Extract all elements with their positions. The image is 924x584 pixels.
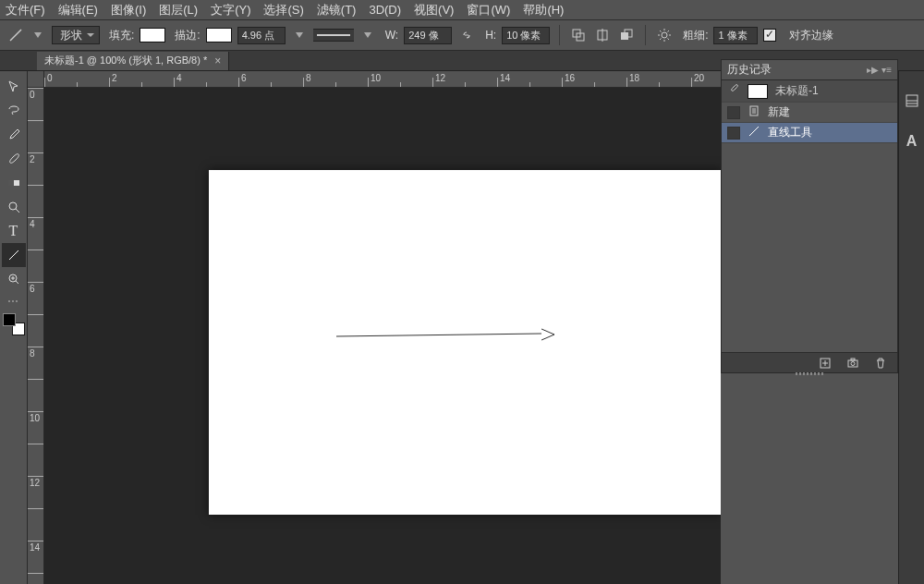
options-bar: 形状 填充: 描边: 4.96 点 W: 249 像 H: 10 像素 粗细: …	[0, 20, 924, 51]
separator	[645, 25, 646, 45]
stroke-width-dropdown-icon[interactable]	[291, 27, 308, 43]
tool-preset-dropdown[interactable]	[30, 27, 46, 43]
ruler-v-number: 4	[30, 219, 44, 229]
ruler-v-number: 14	[30, 542, 44, 553]
thickness-input[interactable]: 1 像素	[713, 27, 758, 44]
ruler-h-number: 10	[371, 73, 381, 83]
ruler-h-number: 20	[694, 73, 704, 83]
ruler-h-number: 4	[176, 73, 182, 83]
menu-view[interactable]: 视图(V)	[414, 2, 454, 18]
trash-icon[interactable]	[873, 356, 888, 371]
workspace: T ⋯ 02468101214161820 02468101214 历史记录	[0, 71, 924, 584]
stroke-style-dropdown-icon[interactable]	[359, 27, 376, 43]
menu-layer[interactable]: 图层(L)	[159, 2, 198, 18]
menu-file[interactable]: 文件(F)	[6, 2, 45, 18]
history-panel-header[interactable]: 历史记录 ▸▶ ▾≡	[722, 60, 897, 80]
brush-tool[interactable]	[2, 147, 26, 171]
svg-rect-9	[8, 180, 14, 186]
ruler-horizontal: 02468101214161820	[28, 71, 721, 88]
fill-swatch[interactable]	[140, 28, 165, 43]
panel-flyout-icon[interactable]: ▸▶ ▾≡	[867, 65, 892, 75]
page-canvas[interactable]	[209, 170, 721, 515]
snapshot-icon[interactable]	[845, 356, 860, 371]
menu-help[interactable]: 帮助(H)	[523, 2, 564, 18]
gear-icon[interactable]	[655, 26, 674, 44]
docked-panel-strip: A	[898, 71, 924, 584]
stroke-style-dropdown[interactable]	[313, 29, 354, 42]
lasso-tool[interactable]	[2, 99, 26, 123]
svg-point-27	[851, 361, 855, 365]
history-step-label: 直线工具	[768, 125, 812, 140]
new-doc-icon	[748, 104, 760, 120]
menu-edit[interactable]: 编辑(E)	[58, 2, 98, 18]
line-tool-icon[interactable]	[7, 27, 24, 43]
shape-mode-dropdown[interactable]: 形状	[52, 26, 100, 44]
history-panel-footer	[722, 352, 897, 372]
line-tool[interactable]	[2, 243, 26, 267]
thickness-label: 粗细:	[683, 28, 708, 43]
align-edges-label: 对齐边缘	[789, 28, 833, 43]
ruler-h-number: 12	[435, 73, 445, 83]
ruler-v-number: 6	[30, 284, 44, 294]
svg-line-14	[16, 281, 18, 284]
stroke-width-input[interactable]: 4.96 点	[237, 27, 286, 44]
history-slot-icon	[727, 127, 740, 140]
arrow-shape[interactable]	[336, 327, 558, 346]
history-step-line-tool[interactable]: 直线工具	[722, 123, 897, 143]
canvas-thumb-icon	[748, 84, 768, 99]
stroke-swatch[interactable]	[206, 28, 232, 43]
ruler-v-number: 8	[30, 348, 44, 359]
svg-line-11	[16, 209, 19, 213]
document-tab-title: 未标题-1 @ 100% (形状 1, RGB/8) *	[44, 54, 207, 67]
ruler-vertical: 02468101214	[28, 88, 44, 584]
history-panel-title: 历史记录	[727, 62, 772, 78]
link-dimensions-icon[interactable]	[457, 26, 476, 44]
create-document-from-state-icon[interactable]	[818, 356, 833, 371]
ruler-v-number: 10	[30, 413, 44, 423]
ruler-v-number: 0	[30, 90, 44, 100]
gradient-tool[interactable]	[2, 171, 26, 195]
align-edges-checkbox[interactable]	[763, 29, 776, 42]
path-combine-icon[interactable]	[569, 26, 588, 44]
path-align-icon[interactable]	[593, 26, 612, 44]
ruler-h-number: 16	[565, 73, 575, 83]
menu-type[interactable]: 文字(Y)	[211, 2, 250, 18]
canvas-area[interactable]	[44, 88, 721, 584]
ruler-h-number: 8	[306, 73, 311, 83]
ruler-h-number: 6	[241, 73, 247, 83]
history-document-row[interactable]: 未标题-1	[722, 80, 897, 103]
foreground-background-swatch[interactable]	[3, 313, 25, 335]
height-input[interactable]: 10 像素	[502, 27, 550, 44]
menu-3d[interactable]: 3D(D)	[369, 3, 401, 17]
menu-filter[interactable]: 滤镜(T)	[317, 2, 357, 18]
selection-tool[interactable]	[2, 75, 26, 99]
toolbox-more-icon[interactable]: ⋯	[0, 295, 27, 308]
history-step-new[interactable]: 新建	[722, 103, 897, 123]
brush-history-icon	[727, 83, 740, 99]
type-tool[interactable]: T	[2, 219, 26, 243]
menu-window[interactable]: 窗口(W)	[467, 2, 510, 18]
stroke-label: 描边:	[175, 28, 200, 43]
path-arrange-icon[interactable]	[617, 26, 636, 44]
history-step-label: 新建	[768, 104, 790, 120]
magnify-tool[interactable]	[2, 267, 26, 291]
menu-image[interactable]: 图像(I)	[111, 2, 146, 18]
shape-mode-label: 形状	[60, 28, 82, 43]
width-input[interactable]: 249 像	[404, 27, 452, 44]
eyedropper-tool[interactable]	[2, 123, 26, 147]
menu-select[interactable]: 选择(S)	[263, 2, 303, 18]
ruler-h-number: 14	[500, 73, 510, 83]
line-step-icon	[748, 125, 760, 140]
close-tab-icon[interactable]: ×	[214, 55, 221, 67]
ruler-corner	[28, 71, 44, 88]
document-tab[interactable]: 未标题-1 @ 100% (形状 1, RGB/8) * ×	[37, 52, 229, 70]
height-label: H:	[485, 29, 496, 42]
fill-label: 填充:	[109, 28, 134, 43]
history-panel: 历史记录 ▸▶ ▾≡ 未标题-1 新建	[721, 59, 898, 373]
zoom-tool[interactable]	[2, 195, 26, 219]
panel-resize-handle[interactable]	[722, 371, 897, 376]
svg-line-12	[9, 250, 18, 260]
character-panel-icon[interactable]: A	[901, 130, 923, 152]
docked-panel-icon[interactable]	[901, 90, 923, 112]
svg-line-0	[10, 30, 21, 41]
